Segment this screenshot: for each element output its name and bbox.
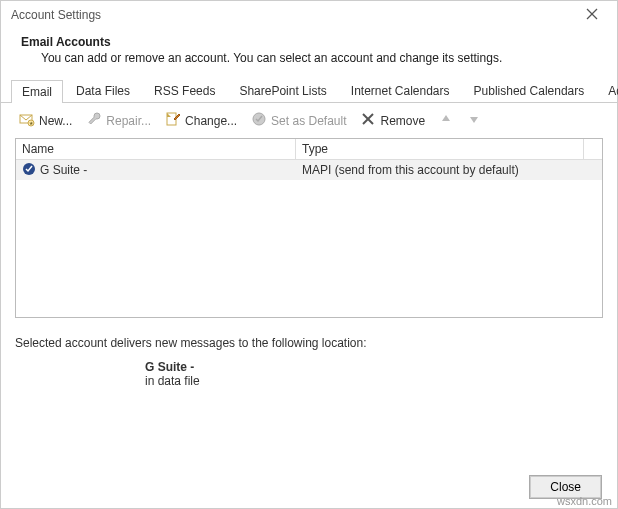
new-label: New...: [39, 114, 72, 128]
envelope-new-icon: ★: [19, 111, 35, 130]
header-title: Email Accounts: [21, 35, 597, 49]
window-close-button[interactable]: [577, 7, 607, 23]
account-name-cell: G Suite -: [16, 162, 296, 179]
change-account-button[interactable]: Change...: [161, 109, 241, 132]
tab-sharepoint-lists[interactable]: SharePoint Lists: [228, 79, 337, 102]
delivery-location: Selected account delivers new messages t…: [1, 318, 617, 392]
set-default-label: Set as Default: [271, 114, 346, 128]
set-default-button[interactable]: Set as Default: [247, 109, 350, 132]
wrench-icon: [86, 111, 102, 130]
move-down-button[interactable]: [463, 112, 485, 129]
titlebar: Account Settings: [1, 1, 617, 27]
header-block: Email Accounts You can add or remove an …: [1, 27, 617, 79]
header-subtitle: You can add or remove an account. You ca…: [21, 49, 597, 65]
toolbar: ★ New... Repair... Change... Set as Defa…: [1, 103, 617, 138]
change-label: Change...: [185, 114, 237, 128]
account-row[interactable]: G Suite - MAPI (send from this account b…: [16, 160, 602, 180]
tab-strip: Email Data Files RSS Feeds SharePoint Li…: [1, 79, 617, 103]
check-circle-icon: [251, 111, 267, 130]
remove-label: Remove: [380, 114, 425, 128]
account-name: G Suite -: [40, 163, 87, 177]
delivery-path: in data file: [15, 374, 603, 388]
tab-internet-calendars[interactable]: Internet Calendars: [340, 79, 461, 102]
repair-account-button[interactable]: Repair...: [82, 109, 155, 132]
delivery-account: G Suite -: [15, 360, 603, 374]
remove-account-button[interactable]: Remove: [356, 109, 429, 132]
account-type: MAPI (send from this account by default): [296, 163, 602, 177]
tab-rss-feeds[interactable]: RSS Feeds: [143, 79, 226, 102]
list-header: Name Type: [16, 139, 602, 160]
repair-label: Repair...: [106, 114, 151, 128]
new-account-button[interactable]: ★ New...: [15, 109, 76, 132]
watermark: wsxdn.com: [557, 495, 612, 507]
account-settings-window: Account Settings Email Accounts You can …: [0, 0, 618, 509]
column-spacer: [584, 139, 602, 159]
column-name[interactable]: Name: [16, 139, 296, 159]
x-icon: [360, 111, 376, 130]
accounts-list: Name Type G Suite - MAPI (send from this…: [15, 138, 603, 318]
page-edit-icon: [165, 111, 181, 130]
tab-email[interactable]: Email: [11, 80, 63, 103]
default-check-icon: [22, 162, 36, 179]
move-up-button[interactable]: [435, 112, 457, 129]
column-type[interactable]: Type: [296, 139, 584, 159]
tab-published-calendars[interactable]: Published Calendars: [463, 79, 596, 102]
tab-address-books[interactable]: Address Books: [597, 79, 618, 102]
tab-data-files[interactable]: Data Files: [65, 79, 141, 102]
delivery-caption: Selected account delivers new messages t…: [15, 336, 603, 350]
window-title: Account Settings: [11, 8, 101, 22]
